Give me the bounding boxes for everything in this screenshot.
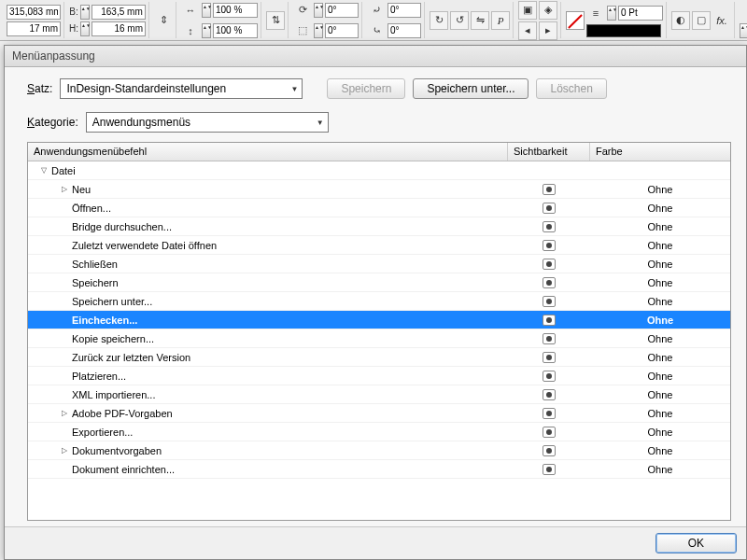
shear-spin[interactable]: ▲▼ <box>314 23 323 38</box>
table-row[interactable]: Zuletzt verwendete Datei öffnenOhne <box>28 236 730 255</box>
table-row[interactable]: ▷DokumentvorgabenOhne <box>28 441 730 460</box>
set-combo[interactable]: InDesign-Standardeinstellungen ▼ <box>60 78 303 99</box>
visibility-eye-icon[interactable] <box>543 445 556 456</box>
visibility-eye-icon[interactable] <box>543 333 556 344</box>
visibility-eye-icon[interactable] <box>543 427 556 438</box>
x-input[interactable] <box>7 5 61 20</box>
table-row[interactable]: Exportieren...Ohne <box>28 423 730 441</box>
cell-color[interactable]: Ohne <box>590 315 730 326</box>
link-icon[interactable]: ⇕ <box>154 11 173 30</box>
visibility-eye-icon[interactable] <box>543 464 556 475</box>
visibility-eye-icon[interactable] <box>543 352 556 363</box>
select-prev-icon[interactable]: ◂ <box>518 21 537 40</box>
constrain-icon[interactable]: ⇅ <box>266 11 285 30</box>
disclosure-icon[interactable]: ▷ <box>60 409 68 417</box>
scale-y-input[interactable] <box>213 23 258 38</box>
cell-color[interactable]: Ohne <box>590 333 730 344</box>
visibility-eye-icon[interactable] <box>543 315 556 326</box>
category-combo[interactable]: Anwendungsmenüs ▼ <box>86 112 329 133</box>
table-row[interactable]: Einchecken...Ohne <box>28 311 730 329</box>
select-next-icon[interactable]: ▸ <box>539 21 557 40</box>
visibility-eye-icon[interactable] <box>543 221 556 232</box>
visibility-eye-icon[interactable] <box>543 408 556 419</box>
cell-color[interactable]: Ohne <box>590 389 730 400</box>
delete-button[interactable]: Löschen <box>536 78 606 99</box>
visibility-eye-icon[interactable] <box>543 277 556 288</box>
rot-spin[interactable]: ▲▼ <box>314 3 323 18</box>
cell-command: ▽Datei <box>28 165 508 176</box>
cell-color[interactable]: Ohne <box>590 259 730 270</box>
grid-body[interactable]: ▽Datei▷NeuOhneÖffnen...OhneBridge durchs… <box>28 161 730 520</box>
shear2-input[interactable] <box>388 23 421 38</box>
flip-h-icon[interactable]: ⇋ <box>471 11 489 30</box>
scale-x-input[interactable] <box>213 3 258 18</box>
table-row[interactable]: Speichern unter...Ohne <box>28 292 730 311</box>
cell-color[interactable]: Ohne <box>590 240 730 251</box>
cell-color[interactable]: Ohne <box>590 352 730 363</box>
cell-color[interactable]: Ohne <box>590 203 730 214</box>
cell-color[interactable]: Ohne <box>590 464 730 475</box>
disclosure-icon[interactable]: ▽ <box>39 166 48 175</box>
width-spin[interactable]: ▲▼ <box>80 5 90 20</box>
table-row[interactable]: Platzieren...Ohne <box>28 367 730 385</box>
cell-color[interactable]: Ohne <box>590 408 730 419</box>
table-row[interactable]: Öffnen...Ohne <box>28 199 730 217</box>
table-row[interactable]: Dokument einrichten...Ohne <box>28 460 730 479</box>
cell-color[interactable]: Ohne <box>590 221 730 232</box>
p-icon[interactable]: P <box>491 11 510 30</box>
visibility-eye-icon[interactable] <box>543 240 556 251</box>
rotate-ccw-icon[interactable]: ↺ <box>450 11 469 30</box>
cell-color[interactable]: Ohne <box>590 445 730 456</box>
height-input[interactable] <box>92 21 146 36</box>
stroke-style-swatch[interactable] <box>586 24 661 37</box>
scaley-spin[interactable]: ▲▼ <box>202 23 211 38</box>
opacity-icon[interactable]: ◐ <box>671 11 690 30</box>
opacity-spin[interactable]: ▲▼ <box>740 23 747 38</box>
table-row[interactable]: Zurück zur letzten VersionOhne <box>28 348 730 367</box>
cell-color[interactable]: Ohne <box>590 277 730 288</box>
visibility-eye-icon[interactable] <box>543 259 556 270</box>
col-header-command[interactable]: Anwendungsmenübefehl <box>28 143 508 161</box>
width-input[interactable] <box>92 5 146 20</box>
fx-icon[interactable]: fx. <box>712 11 731 30</box>
visibility-eye-icon[interactable] <box>543 203 556 214</box>
select-content-icon[interactable]: ◈ <box>539 1 557 20</box>
table-row[interactable]: Kopie speichern...Ohne <box>28 329 730 348</box>
disclosure-icon[interactable]: ▷ <box>60 446 68 455</box>
visibility-eye-icon[interactable] <box>543 296 556 307</box>
rotate2-input[interactable] <box>388 3 421 18</box>
visibility-eye-icon[interactable] <box>543 389 556 400</box>
ok-button[interactable]: OK <box>655 533 737 553</box>
fill-none-swatch[interactable] <box>566 11 585 30</box>
select-container-icon[interactable]: ▣ <box>518 1 537 20</box>
drop-shadow-icon[interactable]: ▢ <box>692 11 711 30</box>
col-header-color[interactable]: Farbe <box>590 143 730 161</box>
rotate-cw-icon[interactable]: ↻ <box>430 11 448 30</box>
table-row[interactable]: ▷NeuOhne <box>28 180 730 199</box>
cell-color[interactable]: Ohne <box>590 371 730 382</box>
y-input[interactable] <box>7 21 61 36</box>
visibility-eye-icon[interactable] <box>543 371 556 382</box>
stroke-weight-input[interactable] <box>618 6 663 21</box>
save-as-button[interactable]: Speichern unter... <box>413 78 529 99</box>
visibility-eye-icon[interactable] <box>543 184 556 195</box>
table-row[interactable]: Bridge durchsuchen...Ohne <box>28 217 730 236</box>
table-row[interactable]: XML importieren...Ohne <box>28 385 730 404</box>
disclosure-icon[interactable]: ▷ <box>60 185 68 193</box>
scalex-spin[interactable]: ▲▼ <box>202 3 211 18</box>
cell-color[interactable]: Ohne <box>590 427 730 438</box>
height-spin[interactable]: ▲▼ <box>80 21 90 36</box>
save-button[interactable]: Speichern <box>327 78 405 99</box>
col-header-visibility[interactable]: Sichtbarkeit <box>508 143 590 161</box>
stroke-spin[interactable]: ▲▼ <box>607 6 616 21</box>
table-row[interactable]: SchließenOhne <box>28 255 730 273</box>
table-row[interactable]: SpeichernOhne <box>28 273 730 292</box>
cell-color[interactable]: Ohne <box>590 296 730 307</box>
table-row[interactable]: ▽Datei <box>28 161 730 180</box>
disclosure-icon <box>60 353 68 361</box>
table-row[interactable]: ▷Adobe PDF-VorgabenOhne <box>28 404 730 423</box>
rotate-input[interactable] <box>325 3 359 18</box>
shear-input[interactable] <box>325 23 359 38</box>
command-label: Speichern <box>72 277 119 288</box>
cell-color[interactable]: Ohne <box>590 184 730 195</box>
